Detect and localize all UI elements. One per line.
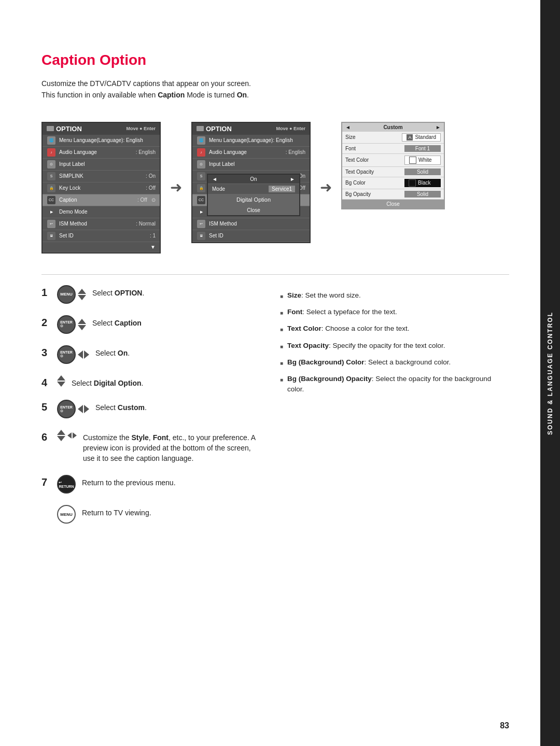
side-tab-label: Sound & Language Control [547,312,554,435]
step-7-desc: Return to the previous menu. [82,478,176,488]
menu2-item-setid: 🖥 Set ID [192,230,310,242]
menu-button-end[interactable]: MENU [57,505,76,524]
up-arrow-1 [78,289,86,294]
bullet-textopacity: Text Opacity: Specify the opacity for th… [280,341,509,351]
popup-close[interactable]: Close [208,205,299,215]
return-button[interactable]: ↩RETURN [57,475,76,494]
ism-icon: ↩ [47,219,56,229]
simplink-icon: S [47,172,56,181]
arrow-2: ➜ [320,179,332,196]
step-2: 2 ENTER⊙ Select Caption [41,315,264,334]
setid-icon: 🖥 [47,231,56,241]
popup-mode-value: Service1 [269,186,295,192]
enter-button-2[interactable]: ENTER⊙ [57,315,76,334]
options-nav-left[interactable]: ◄ [345,124,351,130]
menu2-title: OPTION [206,125,232,133]
left-arrow-5 [78,405,83,413]
ism-icon2: ↩ [197,219,206,229]
popup-digital-row: Digital Option [208,194,299,205]
bullet-textcolor: Text Color: Choose a color for the text. [280,323,509,334]
step-5-desc: Select Custom. [95,403,147,413]
step-6-number: 6 [41,432,51,442]
menu1-item-ism: ↩ ISM Method : Normal [43,218,160,230]
step-7: 7 ↩RETURN Return to the previous menu. [41,475,264,494]
menu1-item-audio: ♪ Audio Language : English [43,147,160,159]
bgcolor-label: Bg Color [345,180,404,186]
page-number: 83 [500,721,509,730]
up-arrow-4 [57,375,65,381]
up-arrow-2 [78,319,86,324]
right-arrow-5 [84,405,89,413]
step-4-icons [57,375,65,387]
step-4-number: 4 [41,377,51,388]
textopacity-value: Solid [404,168,441,175]
textcolor-label: Text Color [345,157,404,163]
lock-icon2: 🔒 [197,184,206,193]
nav-ud-2 [78,319,86,330]
bullet-bgcolor: Bg (Background) Color: Select a backgrou… [280,357,509,368]
arrow-1: ➜ [170,179,182,196]
popup-mode-label: Mode [212,186,269,192]
side-tab: Sound & Language Control [540,0,560,746]
menu1-item-demo: ▶ Demo Mode [43,206,160,218]
menu-button[interactable]: MENU [57,285,76,304]
step-5-number: 5 [41,402,51,412]
size-value: A Standard [402,133,441,142]
nav-lr-3 [78,350,89,359]
page-container: Caption Option Customize the DTV/CADTV c… [0,0,560,746]
menu1-item-simplink: S SIMPLINK : On [43,171,160,182]
textcolor-swatch [409,157,416,164]
steps-right: Size: Set the word size. Font: Select a … [280,285,509,535]
nav-ud-4 [57,375,65,387]
menu-box-2-wrapper: OPTION Move ● Enter 🌐 Menu Language(Lang… [191,122,311,243]
step-4: 4 Select Digital Option. [41,375,264,389]
main-content: Caption Option Customize the DTV/CADTV c… [0,0,540,746]
right-arrow-3 [84,350,89,359]
options-textcolor-row: Text Color White [342,154,444,167]
nav-ud-6 [57,430,65,441]
options-current: Custom [383,124,402,130]
popup-mode-row: Mode Service1 [208,184,299,194]
popup-arrow-right: ► [290,176,295,182]
bullet-size: Size: Set the word size. [280,290,509,301]
step-1-icons: MENU [57,285,86,304]
step-6: 6 Customize the Style, Font, etc., to yo… [41,430,264,463]
desc-line1: Customize the DTV/CADTV captions that ap… [41,79,251,88]
menu2-item-input: ⊙ Input Label [192,159,310,171]
down-arrow-6 [57,436,65,441]
popup-digital-option: Digital Option [236,196,271,203]
step-2-icons: ENTER⊙ [57,315,86,334]
popup-on-label: On [250,176,257,182]
popup-header: ◄ On ► [208,175,299,184]
step-7-icons: ↩RETURN [57,475,76,494]
menu1-scroll: ▼ [43,242,160,252]
step-3-number: 3 [41,347,51,358]
right-arrow-6 [73,432,77,439]
step-6-desc: Customize the Style, Font, etc., to your… [83,433,264,463]
step-3-icons: ENTER⊙ [57,345,89,364]
menu1-header: OPTION Move ● Enter [43,123,160,135]
menu1-title: OPTION [56,125,82,133]
enter-button-5[interactable]: ENTER⊙ [57,400,76,418]
font-label: Font [345,146,404,151]
nav-lr-6 [67,432,77,439]
diagrams-row: OPTION Move ● Enter 🌐 Menu Language(Lang… [41,122,509,254]
options-panel: ◄ Custom ► Size A Standard Font Font 1 T [341,122,445,209]
desc-line2-prefix: This function in only available when [41,91,158,99]
demo-icon: ▶ [47,207,56,217]
step-menu-icons: MENU [57,505,76,524]
input-icon: ⊙ [47,160,56,169]
bullet-list: Size: Set the word size. Font: Select a … [280,290,509,395]
bgopacity-label: Bg Opacity [345,191,404,197]
audio-icon: ♪ [47,148,56,157]
setid-icon2: 🖥 [197,231,206,241]
step-2-desc: Select Caption [92,318,142,329]
enter-button-3[interactable]: ENTER⊙ [57,345,76,364]
options-nav-right[interactable]: ► [436,124,441,130]
font-value: Font 1 [404,145,441,152]
menu1-item-setid: 🖥 Set ID : 1 [43,230,160,242]
bgcolor-swatch [409,179,416,187]
options-close[interactable]: Close [342,200,444,208]
caption-icon: CC [47,195,56,205]
menu1-item-language: 🌐 Menu Language(Language): English [43,135,160,147]
